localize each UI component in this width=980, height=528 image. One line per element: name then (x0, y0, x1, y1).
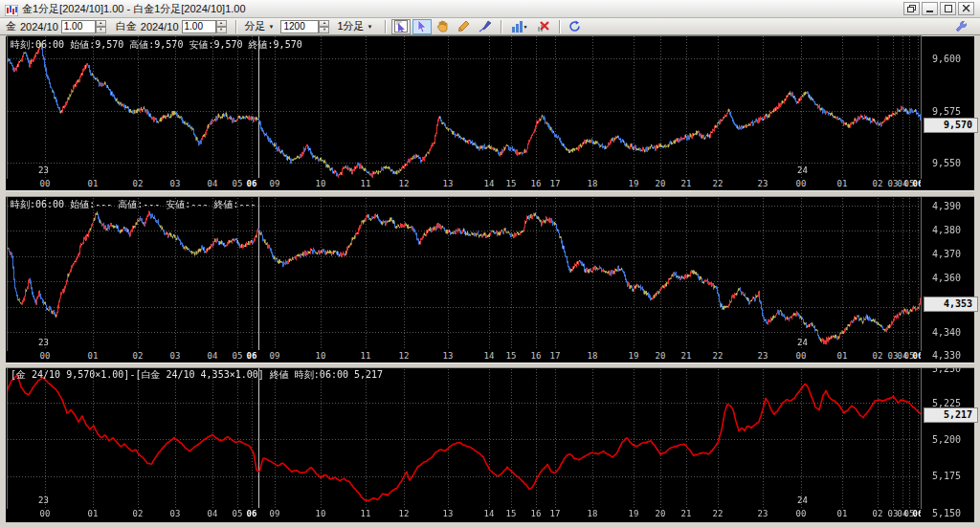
time-label: 23 (758, 351, 768, 361)
chart-window: 金1分足[2024/10]1.00 - 白金1分足[2024/10]1.00 金… (0, 0, 980, 528)
settings-wrench-button[interactable] (951, 19, 970, 34)
platinum-ohlc-info: 時刻:06:00 始値:--- 高値:--- 安値:--- 終値:--- (11, 198, 256, 211)
refresh-button[interactable] (566, 19, 585, 34)
price-axis-label: 5,175 (932, 471, 961, 481)
time-label: 19 (629, 179, 639, 188)
close-button[interactable] (958, 2, 974, 15)
time-label: 02 (873, 509, 883, 518)
time-label: 00 (40, 509, 51, 518)
bar-count-down-button[interactable]: ▼ (319, 27, 329, 33)
time-label: 00 (40, 179, 51, 188)
platinum-current-price: 4,353 (924, 297, 978, 312)
caret-up-icon: ▲ (219, 21, 223, 25)
platinum-ratio-spinner: ▲ ▼ (182, 20, 227, 33)
time-label: 09 (270, 351, 280, 361)
pane-separator[interactable] (6, 363, 974, 368)
time-label: 13 (443, 351, 454, 361)
platinum-ratio-input[interactable] (182, 20, 216, 33)
maximize-button[interactable] (940, 2, 956, 15)
gold-ratio-spinner: ▲ ▼ (61, 20, 106, 33)
price-axis-label: 4,360 (932, 273, 961, 283)
freehand-pen-button[interactable] (476, 19, 495, 34)
caret-down-icon: ▼ (219, 28, 223, 32)
time-label: 14 (484, 509, 495, 518)
time-label: 17 (550, 509, 561, 518)
gold-ratio-down-button[interactable]: ▼ (96, 27, 106, 33)
pencil-icon (457, 20, 470, 33)
time-label: 01 (88, 179, 99, 188)
platinum-time-axis: 0001020304050609101112131415161718192021… (8, 350, 921, 363)
time-label: 19 (629, 509, 639, 518)
toolbar-separator (235, 20, 236, 33)
time-label: 03 (170, 509, 181, 518)
gold-chart-canvas[interactable] (8, 36, 921, 178)
time-label: 02 (873, 351, 883, 361)
titlebar[interactable]: 金1分足[2024/10]1.00 - 白金1分足[2024/10]1.00 (0, 0, 980, 18)
bar-count-spinner: ▲ ▼ (280, 20, 329, 33)
gold-ratio-up-button[interactable]: ▲ (96, 20, 106, 27)
platinum-chart-canvas[interactable] (8, 195, 921, 350)
time-label: 22 (713, 509, 724, 518)
interval-dropdown[interactable]: 1分足 ▼ (333, 19, 376, 33)
time-label: 06 (913, 509, 921, 518)
date-label: 24 (797, 165, 808, 175)
price-axis-gutter: 9,570 4,353 5,217 9,6009,5759,5504,3904,… (923, 36, 974, 522)
time-label: 15 (506, 351, 517, 361)
time-label: 04 (208, 509, 218, 518)
time-label: 01 (88, 351, 99, 361)
date-label: 23 (38, 495, 49, 505)
time-label: 18 (588, 351, 598, 361)
float-window-button[interactable] (903, 2, 920, 15)
bar-count-up-button[interactable]: ▲ (319, 20, 329, 27)
pencil-draw-button[interactable] (455, 19, 474, 34)
time-label: 14 (484, 351, 495, 361)
bar-type-dropdown[interactable]: 分足 ▼ (241, 19, 278, 33)
time-label: 12 (399, 179, 410, 188)
platinum-ratio-up-button[interactable]: ▲ (216, 20, 227, 27)
select-cursor-button[interactable] (412, 19, 432, 34)
time-label: 20 (656, 351, 666, 361)
bar-chart-icon (511, 21, 523, 33)
time-label: 04 (208, 351, 218, 361)
chevron-down-icon: ▼ (523, 24, 528, 30)
toolbar: 金 2024/10 ▲ ▼ 白金 2024/10 ▲ ▼ 分足 ▼ ▲ (0, 18, 980, 35)
gold-label: 金 (6, 19, 16, 33)
time-label: 10 (316, 179, 326, 188)
gold-ratio-input[interactable] (61, 20, 96, 33)
wrench-icon (955, 20, 968, 33)
delete-chart-button[interactable] (534, 19, 553, 34)
spread-chart-canvas[interactable] (8, 366, 921, 508)
time-label: 21 (681, 509, 692, 518)
time-label: 11 (361, 179, 371, 188)
price-axis-label: 4,340 (932, 327, 961, 338)
cursor-icon (416, 20, 428, 33)
date-label: 23 (38, 165, 49, 175)
pane-separator[interactable] (6, 190, 974, 197)
bar-count-input[interactable] (280, 20, 319, 33)
time-label: 06 (247, 509, 257, 518)
time-label: 02 (133, 179, 144, 188)
time-label: 12 (399, 509, 410, 518)
platinum-ratio-down-button[interactable]: ▼ (216, 27, 227, 33)
time-label: 15 (506, 179, 517, 188)
delete-x-icon (537, 20, 549, 33)
chart-pointer-tool-button[interactable] (391, 19, 411, 34)
time-label: 21 (681, 351, 692, 361)
time-label: 16 (531, 509, 542, 518)
price-axis-label: 5,225 (932, 398, 961, 408)
indicator-chart-button[interactable]: ▼ (507, 19, 532, 34)
gold-current-price: 9,570 (924, 118, 978, 133)
price-axis-label: 9,550 (932, 158, 961, 168)
pan-hand-button[interactable] (434, 19, 453, 34)
time-label: 17 (550, 179, 561, 188)
refresh-icon (568, 20, 581, 33)
minimize-button[interactable] (922, 2, 938, 15)
time-label: 17 (550, 351, 561, 361)
gold-time-axis: 0001020304050609101112131415161718192021… (8, 178, 921, 190)
time-label: 06 (247, 179, 257, 188)
time-label: 04 (208, 179, 218, 188)
spread-formula-info: [金 24/10 9,570×1.00]-[白金 24/10 4,353×1.0… (11, 368, 383, 382)
time-label: 06 (247, 351, 257, 361)
toolbar-separator (501, 20, 501, 33)
time-label: 01 (88, 509, 99, 518)
